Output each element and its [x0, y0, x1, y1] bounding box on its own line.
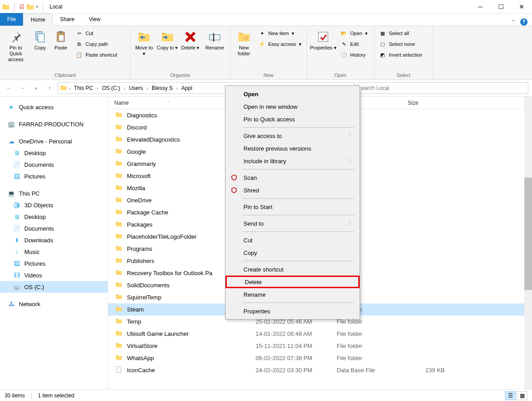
- easy-access-button[interactable]: ⚡Easy access ▾: [257, 40, 303, 49]
- tab-home[interactable]: Home: [23, 13, 53, 26]
- chevron-icon[interactable]: ›: [123, 86, 126, 91]
- select-all-button[interactable]: ▦Select all: [377, 29, 424, 38]
- file-row[interactable]: WhatsApp06-02-2022 07:38 PMFile folder: [108, 352, 532, 364]
- properties-icon: [316, 30, 330, 44]
- ctx-restore-versions[interactable]: Restore previous versions: [225, 142, 360, 155]
- tab-file[interactable]: File: [0, 13, 23, 26]
- properties-button[interactable]: Properties ▾: [310, 28, 337, 51]
- documents-icon: 📄: [13, 224, 21, 232]
- chevron-icon[interactable]: ›: [68, 86, 71, 91]
- rename-button[interactable]: Rename: [203, 28, 227, 51]
- nav-network[interactable]: 🖧Network: [0, 298, 108, 310]
- crumb-appdata[interactable]: Appl: [180, 85, 194, 91]
- file-row[interactable]: IconCache24-02-2022 03:30 PMData Base Fi…: [108, 364, 532, 376]
- copy-to-button[interactable]: Copy to ▾: [157, 28, 178, 51]
- new-folder-button[interactable]: New folder: [233, 28, 255, 57]
- crumb-this-pc[interactable]: This PC: [72, 85, 95, 91]
- qat-checkbox-icon[interactable]: ☑: [19, 4, 24, 10]
- nav-pictures[interactable]: 🖼Pictures: [0, 258, 108, 269]
- view-details-button[interactable]: ☰: [505, 391, 516, 400]
- nav-od-pictures[interactable]: 🖼Pictures: [0, 170, 108, 182]
- scrollbar[interactable]: [524, 97, 532, 389]
- nav-od-documents[interactable]: 📄Documents: [0, 159, 108, 170]
- tab-view[interactable]: View: [81, 13, 108, 26]
- ctx-cut[interactable]: Cut: [225, 234, 360, 246]
- tab-share[interactable]: Share: [53, 13, 81, 26]
- nav-documents[interactable]: 📄Documents: [0, 223, 108, 234]
- search-input[interactable]: earch Local: [357, 82, 528, 94]
- nav-desktop[interactable]: 🖥Desktop: [0, 211, 108, 223]
- copy-icon: [33, 30, 47, 44]
- back-button[interactable]: ←: [4, 83, 14, 94]
- new-item-button[interactable]: ✦New item ▾: [257, 29, 303, 38]
- nav-quick-access[interactable]: ★Quick access: [0, 101, 108, 113]
- cut-button[interactable]: ✂Cut: [74, 29, 119, 38]
- ctx-properties[interactable]: Properties: [225, 305, 360, 317]
- edit-button[interactable]: ✎Edit: [338, 40, 370, 49]
- paste-shortcut-button[interactable]: 📋Paste shortcut: [74, 50, 119, 59]
- open-button[interactable]: 📂Open ▾: [338, 29, 370, 38]
- close-button[interactable]: ✕: [511, 0, 532, 13]
- nav-music[interactable]: ♪Music: [0, 246, 108, 258]
- ctx-rename[interactable]: Rename: [225, 288, 360, 301]
- nav-farrad[interactable]: 🏢FARRAD PRODUCTION: [0, 118, 108, 130]
- qat-dropdown-icon[interactable]: ▾: [36, 4, 38, 9]
- nav-3d-objects[interactable]: 🧊3D Objects: [0, 199, 108, 211]
- ctx-delete[interactable]: Delete: [225, 276, 360, 288]
- up-button[interactable]: ↑: [44, 83, 55, 94]
- shield-icon: [230, 186, 238, 194]
- chevron-icon[interactable]: ›: [146, 86, 149, 91]
- copy-button[interactable]: Copy: [31, 28, 50, 51]
- help-icon[interactable]: ?: [520, 18, 527, 26]
- qat-folder-icon[interactable]: [26, 3, 34, 11]
- file-row[interactable]: VirtualStore15-11-2021 11:04 PMFile fold…: [108, 340, 532, 352]
- ctx-include-library[interactable]: Include in library〉: [225, 155, 360, 167]
- ctx-pin-quick-access[interactable]: Pin to Quick access: [225, 113, 360, 125]
- crumb-user[interactable]: Blessy S: [150, 85, 175, 91]
- nav-od-desktop[interactable]: 🖥Desktop: [0, 147, 108, 159]
- view-large-icons-button[interactable]: ▦: [517, 391, 527, 400]
- ctx-scan[interactable]: Scan: [225, 171, 360, 184]
- nav-onedrive[interactable]: ☁OneDrive - Personal: [0, 135, 108, 147]
- select-none-button[interactable]: ▢Select none: [377, 40, 424, 49]
- delete-button[interactable]: Delete ▾: [180, 28, 201, 51]
- file-date: 15-11-2021 11:04 PM: [256, 343, 337, 349]
- nav-videos[interactable]: 🎞Videos: [0, 269, 108, 281]
- paste-shortcut-icon: 📋: [76, 51, 83, 58]
- nav-this-pc[interactable]: 💻This PC: [0, 187, 108, 199]
- nav-os-c[interactable]: 🖴OS (C:): [0, 281, 108, 293]
- crumb-os-c[interactable]: OS (C:): [100, 85, 122, 91]
- pin-quick-access-button[interactable]: Pin to Quick access: [3, 28, 29, 63]
- ctx-copy[interactable]: Copy: [225, 246, 360, 259]
- ctx-open[interactable]: Open: [225, 88, 360, 100]
- ctx-pin-start[interactable]: Pin to Start: [225, 200, 360, 213]
- ctx-send-to[interactable]: Send to〉: [225, 217, 360, 230]
- col-size[interactable]: Size: [404, 100, 449, 106]
- invert-selection-button[interactable]: ◩Invert selection: [377, 50, 424, 59]
- maximize-button[interactable]: ☐: [491, 0, 511, 13]
- paste-button[interactable]: Paste: [51, 28, 70, 51]
- chevron-right-icon: 〉: [349, 158, 353, 164]
- scroll-thumb[interactable]: [524, 178, 532, 290]
- nav-downloads[interactable]: ⬇Downloads: [0, 234, 108, 246]
- folder-icon: [114, 147, 123, 156]
- history-button[interactable]: 🕑History: [338, 50, 370, 59]
- ctx-open-new-window[interactable]: Open in new window: [225, 100, 360, 113]
- move-to-button[interactable]: Move to ▾: [133, 28, 155, 57]
- ctx-give-access[interactable]: Give access to〉: [225, 129, 360, 142]
- recent-dropdown[interactable]: ▾: [31, 83, 41, 94]
- crumb-users[interactable]: Users: [127, 85, 144, 91]
- copy-path-button[interactable]: ⧉Copy path: [74, 40, 119, 49]
- documents-icon: 📄: [13, 160, 21, 169]
- ctx-shred[interactable]: Shred: [225, 184, 360, 196]
- folder-icon: [114, 281, 123, 290]
- collapse-ribbon-icon[interactable]: ⌃: [511, 19, 516, 25]
- file-type: File folder: [337, 355, 404, 361]
- file-row[interactable]: Ubisoft Game Launcher14-01-2022 08:48 AM…: [108, 328, 532, 340]
- chevron-icon[interactable]: ›: [176, 86, 179, 91]
- minimize-button[interactable]: ─: [470, 0, 491, 13]
- folder-icon: [114, 269, 123, 277]
- chevron-icon[interactable]: ›: [96, 86, 99, 91]
- ctx-create-shortcut[interactable]: Create shortcut: [225, 263, 360, 276]
- forward-button[interactable]: →: [17, 83, 28, 94]
